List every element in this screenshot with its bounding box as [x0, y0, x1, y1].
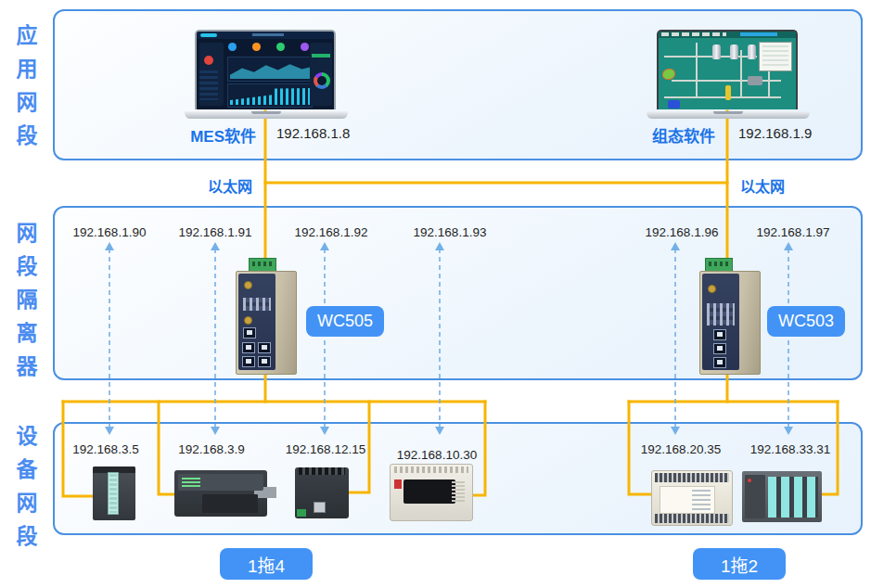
bar-chart [227, 83, 313, 108]
mes-software-label: MES软件 [174, 123, 256, 147]
led-grid [452, 481, 465, 502]
dashboard-title-bar [252, 33, 284, 36]
connector-block [297, 509, 306, 517]
plc-image-s7300 [93, 467, 135, 520]
plc-label-strip [108, 472, 119, 515]
column-icon [725, 85, 731, 100]
section-label-application: 应用网段 [9, 24, 41, 158]
ethernet-port [314, 502, 326, 513]
terminal-row-bottom [655, 514, 729, 523]
pipe-line [664, 96, 781, 98]
ethernet-port [258, 342, 271, 353]
scada-title-strip [740, 32, 777, 36]
isolator-ip-6: 192.168.1.97 [747, 225, 839, 239]
antenna-connector [244, 281, 252, 289]
scada-screen [657, 30, 798, 109]
isolator-ip-5: 192.168.1.96 [635, 225, 728, 239]
scada-software-label: 组态软件 [634, 123, 715, 147]
ethernet-port [242, 356, 255, 367]
ethernet-port [713, 357, 726, 368]
arrowheads [105, 242, 793, 435]
section-label-device: 设备网段 [9, 425, 41, 558]
plc-image-rack [742, 471, 822, 522]
terminal-teeth [299, 467, 345, 475]
ratio-badge-left: 1拖4 [220, 548, 313, 580]
wc503-gateway-image [692, 258, 768, 377]
isolator-ip-3: 192.168.1.92 [285, 225, 378, 239]
plc-image-mitsubishi-fx [390, 464, 473, 521]
gateway-body [699, 271, 761, 375]
device-ip-5: 192.168.20.35 [634, 442, 727, 456]
pump-icon [668, 100, 680, 109]
dashboard-logo-chip [200, 33, 217, 37]
isolator-ip-2: 192.168.1.91 [169, 225, 262, 239]
plc-leds [182, 478, 200, 487]
device-ip-4: 192.168.10.30 [391, 448, 483, 462]
ethernet-port [713, 329, 726, 340]
trend-chart-panel [759, 42, 792, 71]
ethernet-port [713, 343, 726, 354]
reactor-icon [662, 69, 675, 80]
status-led [748, 479, 751, 482]
vessel-icon [748, 76, 762, 85]
device-ip-2: 192.168.3.9 [165, 442, 258, 456]
tank-vessels [712, 45, 756, 59]
antenna-connector [244, 316, 252, 325]
laptop-base [647, 111, 810, 119]
device-ip-1: 192.168.3.5 [59, 442, 152, 456]
device-ip-3: 192.168.12.15 [279, 442, 372, 456]
wc505-gateway-image [228, 258, 304, 377]
ethernet-port [258, 356, 271, 367]
scada-toolbar-buttons [661, 32, 726, 36]
brand-tag [394, 479, 402, 489]
alert-list-rows [199, 70, 218, 100]
mes-dashboard-screen [195, 30, 336, 109]
ethernet-port [243, 327, 256, 339]
donut-chart [314, 72, 330, 89]
terminal-row-top [655, 473, 729, 482]
gateway-body [236, 271, 297, 375]
ratio-badge-right: 1拖2 [693, 548, 786, 580]
plc-image-compact [295, 467, 349, 518]
plc-image-s7200 [174, 470, 267, 517]
ethernet-label-right: 以太网 [740, 174, 785, 197]
scada-laptop-image [647, 30, 810, 119]
section-label-isolator: 网段隔离器 [9, 222, 41, 389]
terminal-teeth [394, 467, 468, 473]
antenna-connector [708, 285, 716, 293]
isolator-ip-4: 192.168.1.93 [403, 225, 496, 239]
laptop-base [185, 111, 348, 119]
led-indicators [243, 298, 271, 311]
pipe-line [696, 43, 698, 98]
plc-label-area [660, 486, 715, 514]
plc-door [202, 494, 258, 513]
isolator-ip-1: 192.168.1.90 [63, 225, 156, 239]
dip-switch-panel [707, 303, 735, 326]
alert-indicator [204, 56, 213, 65]
scada-ip-label: 192.168.1.9 [738, 125, 812, 141]
area-chart [227, 57, 313, 82]
mes-laptop-image [185, 30, 348, 119]
mes-ip-label: 192.168.1.8 [276, 125, 350, 141]
device-ip-6: 192.168.33.31 [744, 442, 837, 456]
wc503-badge: WC503 [767, 306, 845, 337]
status-button [312, 54, 330, 58]
gateway-front-panel [702, 274, 739, 370]
ethernet-label-left: 以太网 [208, 174, 252, 197]
gateway-front-panel [238, 274, 275, 370]
plc-front-panel [403, 479, 455, 504]
pipe-line [672, 80, 781, 82]
plc-image-delta [651, 470, 733, 526]
network-topology-diagram: 应用网段 网段隔离器 设备网段 [0, 0, 871, 588]
io-module-windows [768, 477, 818, 518]
wc505-badge: WC505 [306, 306, 384, 337]
ethernet-port [242, 342, 255, 353]
